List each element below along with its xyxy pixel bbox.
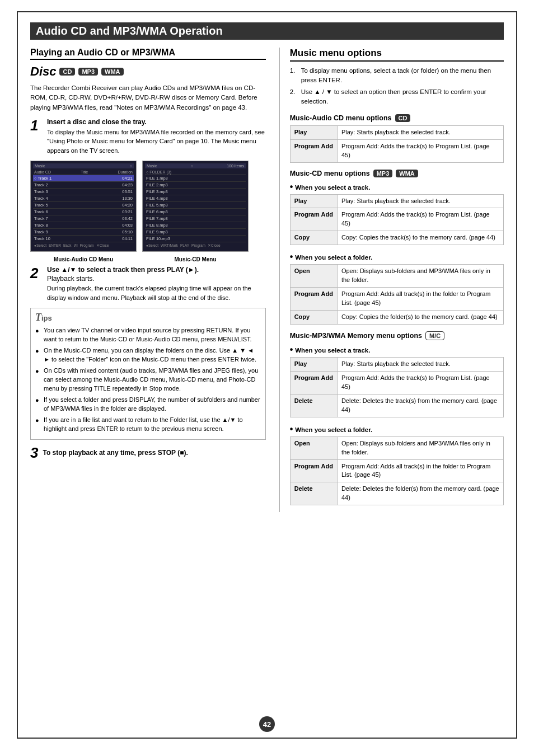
audio-cd-programadd-desc: Program Add: Adds the track(s) to Progra… [337,139,503,162]
mem-folder-delete-row: Delete Delete: Deletes the folder(s) fro… [290,482,503,505]
cd-track-copy-desc: Copy: Copies the track(s) to the memory … [337,231,503,245]
cd-mp3-subsection-title: Music-CD menu options MP3 WMA [290,170,504,177]
tips-box: Tips ● You can view TV channel or video … [30,308,266,439]
intro-num-1: 1. [290,66,298,84]
when-track-label-1: •When you select a track. [290,182,504,192]
mem-track-programadd-row: Program Add Program Add: Adds the track(… [290,371,503,394]
cd-row-10: Track 1004:11 [33,236,134,242]
step2-content: Use ▲/▼ to select a track then press PLA… [47,266,266,302]
cd-row-5: Track 504:20 [33,202,134,209]
cd-row-2: Track 204:23 [33,182,134,189]
memory-folder-options-table: Open Open: Displays sub-folders and MP3/… [290,436,504,506]
cd-folder-programadd-row: Program Add Program Add: Adds all track(… [290,288,503,311]
step1-heading: Insert a disc and close the tray. [47,118,266,126]
bullet-2: ● [35,347,41,364]
mem-folder-open-row: Open Open: Displays sub-folders and MP3/… [290,436,503,459]
step3-number: 3 [30,444,38,462]
mem-track-play-row: Play Play: Starts playback the selected … [290,357,503,371]
cd-track-options-table: Play Play: Starts playback the selected … [290,194,504,246]
step2-heading: Use ▲/▼ to select a track then press PLA… [47,266,266,274]
cd-folder-open-desc: Open: Displays sub-folders and MP3/WMA f… [337,265,503,288]
badge-wma: WMA [101,68,124,76]
step2-text1: Playback starts. [47,274,266,284]
bullet-1: ● [35,327,41,344]
audio-cd-programadd-key: Program Add [290,139,337,162]
mp3-row-5: FILE 5.mp3 [145,202,246,209]
audio-cd-subsection-title: Music-Audio CD menu options CD [290,114,504,122]
step1: 1 Insert a disc and close the tray. To d… [30,118,266,156]
cd-track-copy-row: Copy Copy: Copies the track(s) to the me… [290,231,503,245]
step3: 3 To stop playback at any time, press ST… [30,444,266,462]
cd-track-play-row: Play Play: Starts playback the selected … [290,194,503,208]
mc-badge: M/C [425,331,444,340]
audio-cd-play-row: Play Play: Starts playback the selected … [290,125,503,139]
right-section-title: Music menu options [290,48,504,62]
mem-track-programadd-desc: Program Add: Adds the track(s) to Progra… [337,371,503,394]
audio-cd-options-table: Play Play: Starts playback the selected … [290,125,504,163]
screenshot-title-right: Music○100 Items [145,163,246,168]
step2: 2 Use ▲/▼ to select a track then press P… [30,266,266,302]
when-folder-label-2: •When you select a folder. [290,424,504,434]
mem-track-play-key: Play [290,357,337,371]
intro-list: 1. To display menu options, select a tac… [290,66,504,106]
cd-folder-open-row: Open Open: Displays sub-folders and MP3/… [290,265,503,288]
disc-line: Disc CD MP3 WMA [30,64,266,79]
cd-row-8: Track 804:03 [33,222,134,229]
audio-cd-play-key: Play [290,125,337,139]
step1-number: 1 [30,118,43,156]
menu-screenshots: Music○ Audio CDTitleDuration ○ Track 104… [30,161,266,252]
cd-folder-copy-row: Copy Copy: Copies the folder(s) to the m… [290,311,503,325]
cd-folder-open-key: Open [290,265,337,288]
intro-item-1: 1. To display menu options, select a tac… [290,66,504,84]
intro-num-2: 2. [290,87,298,106]
mem-track-play-desc: Play: Starts playback the selected track… [337,357,503,371]
cd-row-4: Track 413:30 [33,195,134,202]
cd-track-copy-key: Copy [290,231,337,245]
step1-text: To display the Music menu for MP3/WMA fi… [47,128,266,156]
mp3-badge: MP3 [373,170,393,177]
step1-content: Insert a disc and close the tray. To dis… [47,118,266,156]
cd-row-6: Track 603:21 [33,209,134,215]
mem-folder-programadd-key: Program Add [290,459,337,482]
mem-folder-open-desc: Open: Displays sub-folders and MP3/WMA f… [337,436,503,459]
mem-folder-programadd-row: Program Add Program Add: Adds all track(… [290,459,503,482]
bullet-5: ● [35,416,41,434]
mem-track-delete-row: Delete Delete: Deletes the track(s) from… [290,394,503,417]
two-column-layout: Playing an Audio CD or MP3/WMA Disc CD M… [30,48,504,512]
when-track-label-2: •When you select a track. [290,345,504,355]
mp3-row-2: FILE 2.mp3 [145,182,246,189]
audio-cd-programadd-row: Program Add Program Add: Adds the track(… [290,139,503,162]
music-cd-menu-label: Music-CD Menu [142,256,249,262]
cd-track-programadd-row: Program Add Program Add: Adds the track(… [290,208,503,231]
mem-folder-open-key: Open [290,436,337,459]
mem-track-delete-desc: Delete: Deletes the track(s) from the me… [337,394,503,417]
tip-2: ● On the Music-CD menu, you can display … [35,346,261,364]
tips-heading: Tips [35,312,261,323]
cd-folder-copy-key: Copy [290,311,337,325]
mem-track-programadd-key: Program Add [290,371,337,394]
screenshot-title-left: Music○ [33,163,134,168]
tip-1: ● You can view TV channel or video input… [35,326,261,344]
step2-number: 2 [30,266,43,302]
audio-cd-menu-label: Music-Audio CD Menu [30,256,137,262]
page-number: 42 [259,716,275,732]
cd-folder-programadd-key: Program Add [290,288,337,311]
step3-text: To stop playback at any time, press STOP… [43,449,188,457]
tip-5: ● If you are in a file list and want to … [35,416,261,434]
intro-text: The Recorder Combi Receiver can play Aud… [30,83,266,112]
audio-cd-play-desc: Play: Starts playback the selected track… [337,125,503,139]
mp3-row-3: FILE 3.mp3 [145,189,246,195]
tip-4: ● If you select a folder and press DISPL… [35,396,261,414]
cd-track-programadd-key: Program Add [290,208,337,231]
cd-row-1: ○ Track 104:21 [33,175,134,182]
mp3-row-8: FILE 8.mp3 [145,222,246,229]
cd-track-play-key: Play [290,194,337,208]
audio-cd-badge: CD [395,114,411,122]
main-title: Audio CD and MP3/WMA Operation [30,22,504,40]
cd-row-9: Track 905:10 [33,229,134,236]
audio-cd-menu-screenshot: Music○ Audio CDTitleDuration ○ Track 104… [30,161,137,252]
cd-row-7: Track 703:42 [33,215,134,222]
mem-folder-programadd-desc: Program Add: Adds all track(s) in the fo… [337,459,503,482]
mp3-row-1: FILE 1.mp3 [145,175,246,182]
mem-track-delete-key: Delete [290,394,337,417]
